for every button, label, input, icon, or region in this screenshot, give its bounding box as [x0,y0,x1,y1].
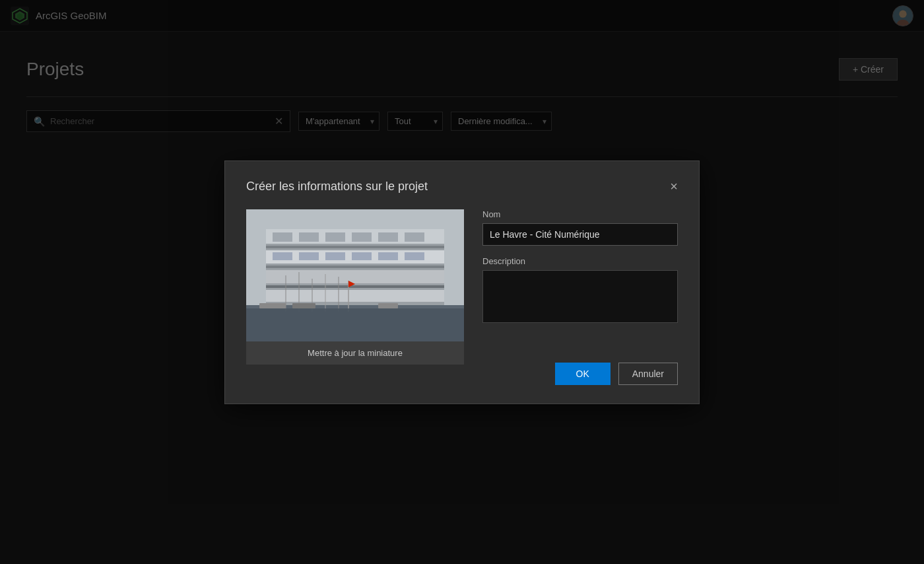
svg-rect-23 [299,252,319,260]
modal-right-panel: Nom Description OK Annuler [482,209,678,385]
svg-rect-37 [259,303,286,308]
svg-rect-24 [325,252,345,260]
description-input[interactable] [482,270,678,323]
svg-rect-39 [378,303,398,308]
svg-rect-27 [405,252,424,260]
svg-rect-12 [266,265,444,268]
svg-rect-16 [273,232,292,242]
thumbnail-area [246,209,464,341]
ok-button[interactable]: OK [555,363,610,385]
modal-body: Mettre à jour la miniature Nom Descripti… [246,209,678,385]
name-input[interactable] [482,223,678,246]
name-field-group: Nom [482,209,678,246]
svg-rect-14 [266,285,444,288]
svg-rect-13 [266,270,444,283]
thumbnail-image [246,209,464,341]
update-thumbnail-button[interactable]: Mettre à jour la miniature [246,341,464,365]
svg-rect-15 [266,290,444,302]
create-project-modal: Créer les informations sur le projet × [224,160,700,404]
modal-header: Créer les informations sur le projet × [246,180,678,194]
modal-overlay: Créer les informations sur le projet × [0,0,924,564]
modal-close-button[interactable]: × [670,180,678,193]
svg-rect-38 [292,303,315,308]
svg-rect-21 [405,232,424,242]
svg-rect-20 [378,232,398,242]
svg-rect-26 [378,252,398,260]
modal-footer: OK Annuler [482,363,678,385]
svg-rect-19 [352,232,372,242]
svg-rect-17 [299,232,319,242]
cancel-button[interactable]: Annuler [618,363,678,385]
modal-left-panel: Mettre à jour la miniature [246,209,464,385]
description-label: Description [482,256,678,266]
svg-rect-36 [246,308,464,341]
name-label: Nom [482,209,678,219]
svg-rect-25 [352,252,372,260]
description-field-group: Description [482,256,678,326]
svg-rect-10 [266,246,444,248]
svg-rect-18 [325,232,345,242]
modal-title: Créer les informations sur le projet [246,180,428,194]
svg-rect-22 [273,252,292,260]
